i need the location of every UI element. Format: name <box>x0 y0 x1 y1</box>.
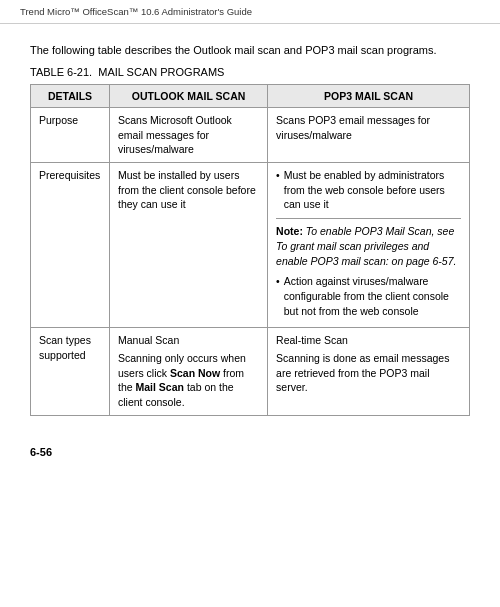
page-header: Trend Micro™ OfficeScan™ 10.6 Administra… <box>0 0 500 24</box>
cell-purpose-outlook: Scans Microsoft Outlook email messages f… <box>110 108 268 163</box>
note-box: Note: To enable POP3 Mail Scan, see To g… <box>276 218 461 268</box>
table-title: Table 6-21. Mail Scan Programs <box>30 66 470 78</box>
prereq-bullet-1: • Must be enabled by administrators from… <box>276 168 461 212</box>
page-number: 6-56 <box>30 446 52 458</box>
note-label: Note: <box>276 225 303 237</box>
cell-scan-pop3: Real-time Scan Scanning is done as email… <box>268 328 470 415</box>
scan-outlook-body: Scanning only occurs when users click Sc… <box>118 351 259 410</box>
scan-outlook-title: Manual Scan <box>118 333 259 348</box>
table-row: Prerequisites Must be installed by users… <box>31 163 470 328</box>
intro-paragraph: The following table describes the Outloo… <box>30 44 470 56</box>
page-footer: 6-56 <box>0 436 500 468</box>
col-header-details: Details <box>31 85 110 108</box>
mail-scan-table: Details Outlook Mail Scan POP3 Mail Scan… <box>30 84 470 416</box>
bullet-dot-2: • <box>276 274 280 318</box>
table-row: Purpose Scans Microsoft Outlook email me… <box>31 108 470 163</box>
cell-purpose-pop3: Scans POP3 email messages for viruses/ma… <box>268 108 470 163</box>
cell-prereq-details: Prerequisites <box>31 163 110 328</box>
page-content: The following table describes the Outloo… <box>0 24 500 436</box>
cell-purpose-details: Purpose <box>31 108 110 163</box>
note-text: To enable POP3 Mail Scan, see To grant m… <box>276 225 456 266</box>
prereq-bullet-2: • Action against viruses/malware configu… <box>276 274 461 318</box>
cell-prereq-pop3: • Must be enabled by administrators from… <box>268 163 470 328</box>
bullet-dot: • <box>276 168 280 212</box>
col-header-pop3: POP3 Mail Scan <box>268 85 470 108</box>
table-row: Scan types supported Manual Scan Scannin… <box>31 328 470 415</box>
cell-scan-outlook: Manual Scan Scanning only occurs when us… <box>110 328 268 415</box>
cell-scan-details: Scan types supported <box>31 328 110 415</box>
scan-pop3-title: Real-time Scan <box>276 333 461 348</box>
header-text: Trend Micro™ OfficeScan™ 10.6 Administra… <box>20 6 252 17</box>
col-header-outlook: Outlook Mail Scan <box>110 85 268 108</box>
cell-prereq-outlook: Must be installed by users from the clie… <box>110 163 268 328</box>
table-header-row: Details Outlook Mail Scan POP3 Mail Scan <box>31 85 470 108</box>
scan-pop3-body: Scanning is done as email messages are r… <box>276 351 461 395</box>
